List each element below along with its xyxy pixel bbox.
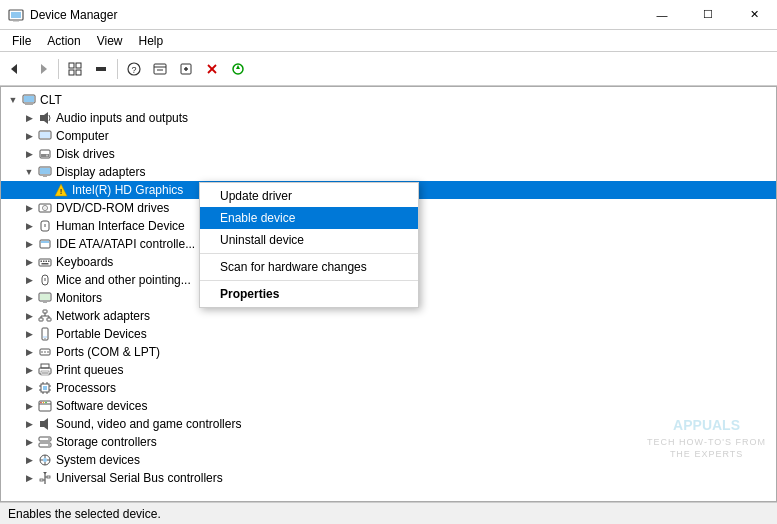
portable-expander[interactable]: ▶ xyxy=(21,326,37,342)
svg-marker-21 xyxy=(236,65,240,69)
update-driver-button[interactable] xyxy=(174,57,198,81)
monitors-label: Monitors xyxy=(56,291,102,305)
forward-button[interactable] xyxy=(30,57,54,81)
print-expander[interactable]: ▶ xyxy=(21,362,37,378)
storage-icon xyxy=(37,434,53,450)
hid-expander[interactable]: ▶ xyxy=(21,218,37,234)
computer-device-icon xyxy=(37,128,53,144)
title-bar: Device Manager — ☐ ✕ xyxy=(0,0,777,30)
mouse-icon xyxy=(37,272,53,288)
toolbar-separator-1 xyxy=(58,59,59,79)
maximize-button[interactable]: ☐ xyxy=(685,0,731,30)
svg-rect-8 xyxy=(76,70,81,75)
processors-label: Processors xyxy=(56,381,116,395)
close-button[interactable]: ✕ xyxy=(731,0,777,30)
expand-all-button[interactable] xyxy=(63,57,87,81)
svg-rect-35 xyxy=(40,168,50,174)
svg-rect-45 xyxy=(41,241,49,243)
ctx-separator-1 xyxy=(200,253,418,254)
menu-view[interactable]: View xyxy=(89,32,131,50)
svg-marker-91 xyxy=(44,418,48,430)
monitors-expander[interactable]: ▶ xyxy=(21,290,37,306)
svg-rect-26 xyxy=(40,115,44,121)
svg-point-87 xyxy=(40,402,41,403)
software-label: Software devices xyxy=(56,399,147,413)
minimize-button[interactable]: — xyxy=(639,0,685,30)
audio-expander[interactable]: ▶ xyxy=(21,110,37,126)
ctx-properties[interactable]: Properties xyxy=(200,283,418,305)
tree-item-computer[interactable]: ▶ Computer xyxy=(1,127,776,145)
system-expander[interactable]: ▶ xyxy=(21,452,37,468)
sound-expander[interactable]: ▶ xyxy=(21,416,37,432)
ctx-enable-device[interactable]: Enable device xyxy=(200,207,418,229)
svg-rect-71 xyxy=(41,364,49,368)
svg-text:!: ! xyxy=(60,187,63,196)
properties-button[interactable] xyxy=(148,57,172,81)
display-icon xyxy=(37,164,53,180)
ide-expander[interactable]: ▶ xyxy=(21,236,37,252)
tree-item-disk[interactable]: ▶ Disk drives xyxy=(1,145,776,163)
disk-label: Disk drives xyxy=(56,147,115,161)
svg-rect-57 xyxy=(43,310,47,313)
processors-expander[interactable]: ▶ xyxy=(21,380,37,396)
scan-button[interactable] xyxy=(226,57,250,81)
tree-item-software[interactable]: ▶ Software devices xyxy=(1,397,776,415)
network-expander[interactable]: ▶ xyxy=(21,308,37,324)
svg-rect-46 xyxy=(39,259,51,266)
root-expander[interactable]: ▼ xyxy=(5,92,21,108)
keyboard-icon xyxy=(37,254,53,270)
tree-item-processors[interactable]: ▶ Processors xyxy=(1,379,776,397)
menu-help[interactable]: Help xyxy=(131,32,172,50)
tree-item-usb[interactable]: ▶ Universal Serial Bus controllers xyxy=(1,469,776,487)
svg-rect-90 xyxy=(40,421,44,427)
ctx-uninstall-device[interactable]: Uninstall device xyxy=(200,229,418,251)
svg-rect-50 xyxy=(48,261,50,263)
ports-label: Ports (COM & LPT) xyxy=(56,345,160,359)
ctx-separator-2 xyxy=(200,280,418,281)
ctx-update-driver[interactable]: Update driver xyxy=(200,185,418,207)
tree-item-portable[interactable]: ▶ Portable Devices xyxy=(1,325,776,343)
svg-rect-51 xyxy=(42,263,49,265)
svg-rect-23 xyxy=(24,96,34,102)
menu-file[interactable]: File xyxy=(4,32,39,50)
svg-point-70 xyxy=(47,351,49,353)
svg-rect-48 xyxy=(43,261,45,263)
collapse-all-button[interactable] xyxy=(89,57,113,81)
display-label: Display adapters xyxy=(56,165,145,179)
processor-icon xyxy=(37,380,53,396)
usb-label: Universal Serial Bus controllers xyxy=(56,471,223,485)
display-expander[interactable]: ▼ xyxy=(21,164,37,180)
dvd-expander[interactable]: ▶ xyxy=(21,200,37,216)
help-button[interactable]: ? xyxy=(122,57,146,81)
audio-icon xyxy=(37,110,53,126)
svg-rect-5 xyxy=(69,63,74,68)
warning-icon: ! xyxy=(53,182,69,198)
ide-label: IDE ATA/ATAPI controlle... xyxy=(56,237,195,251)
tree-item-display[interactable]: ▼ Display adapters xyxy=(1,163,776,181)
menu-action[interactable]: Action xyxy=(39,32,88,50)
storage-expander[interactable]: ▶ xyxy=(21,434,37,450)
uninstall-button[interactable] xyxy=(200,57,224,81)
ports-expander[interactable]: ▶ xyxy=(21,344,37,360)
usb-expander[interactable]: ▶ xyxy=(21,470,37,486)
app-icon xyxy=(8,7,24,23)
context-menu: Update driver Enable device Uninstall de… xyxy=(199,182,419,308)
svg-point-88 xyxy=(43,402,44,403)
mice-expander[interactable]: ▶ xyxy=(21,272,37,288)
tree-item-ports[interactable]: ▶ Ports (COM & LPT) xyxy=(1,343,776,361)
back-button[interactable] xyxy=(4,57,28,81)
portable-label: Portable Devices xyxy=(56,327,147,341)
tree-item-audio[interactable]: ▶ Audio inputs and outputs xyxy=(1,109,776,127)
ctx-scan-hardware[interactable]: Scan for hardware changes xyxy=(200,256,418,278)
svg-rect-104 xyxy=(47,476,50,478)
computer-expander[interactable]: ▶ xyxy=(21,128,37,144)
software-expander[interactable]: ▶ xyxy=(21,398,37,414)
tree-item-network[interactable]: ▶ Network adapters xyxy=(1,307,776,325)
svg-point-94 xyxy=(48,438,50,440)
keyboards-expander[interactable]: ▶ xyxy=(21,254,37,270)
disk-expander[interactable]: ▶ xyxy=(21,146,37,162)
tree-item-print[interactable]: ▶ Print queues xyxy=(1,361,776,379)
printer-icon xyxy=(37,362,53,378)
tree-root[interactable]: ▼ CLT xyxy=(1,91,776,109)
svg-rect-56 xyxy=(43,301,47,303)
